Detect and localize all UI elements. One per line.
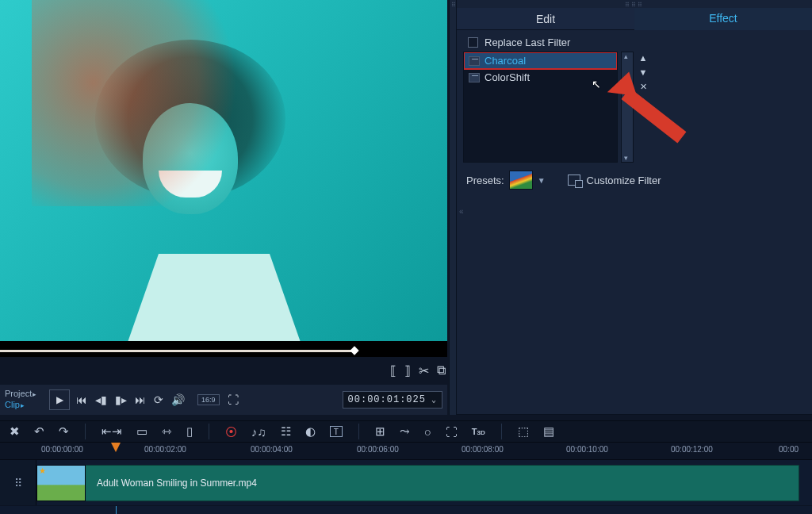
clip[interactable]: Adult Woman Smiling in Summer.mp4: [36, 465, 799, 501]
ruler-tick: 00:00:06:00: [357, 445, 399, 454]
grid-icon[interactable]: ⊞: [375, 424, 385, 439]
device-icon[interactable]: ▯: [186, 424, 193, 439]
timeline-ruler[interactable]: 00:00:00:0000:00:02:0000:00:04:0000:00:0…: [0, 443, 812, 460]
video-track[interactable]: ⠿ Adult Woman Smiling in Summer.mp4: [0, 460, 812, 506]
effect-panel: ⠿⠿⠿ Edit Effect Replace Last Filter Char…: [457, 0, 812, 415]
move-filter-up-icon[interactable]: ▲: [637, 53, 649, 63]
filter-item-label: Charcoal: [485, 55, 526, 67]
preview-scrubber[interactable]: [0, 345, 447, 356]
volume-icon[interactable]: 🔊: [171, 393, 185, 406]
ruler-tick: 00:00: [779, 445, 799, 454]
preset-dropdown-icon[interactable]: ▼: [538, 176, 546, 185]
ruler-tick: 00:00:12:00: [671, 445, 713, 454]
step-fwd-icon[interactable]: ▮▸: [115, 393, 127, 406]
ruler-tick: 00:00:04:00: [251, 445, 293, 454]
filter-item-label: ColorShift: [485, 71, 530, 83]
timecode-display[interactable]: 00:00:01:025: [343, 391, 442, 409]
fit-timeline-icon[interactable]: ⇤⇥: [102, 424, 122, 439]
project-clip-toggle[interactable]: Project Clip: [5, 389, 46, 411]
go-start-icon[interactable]: ⏮: [76, 393, 87, 406]
ruler-tick: 00:00:10:00: [566, 445, 608, 454]
preview-subject: [71, 40, 341, 341]
filter-list-scrollbar[interactable]: [621, 52, 634, 163]
customize-filter-button[interactable]: Customize Filter: [568, 175, 661, 186]
go-end-icon[interactable]: ⏭: [135, 393, 146, 406]
mark-out-icon[interactable]: ⟧: [404, 363, 411, 378]
project-mode-label[interactable]: Project: [5, 389, 46, 400]
customize-filter-label: Customize Filter: [587, 175, 661, 186]
filter-item-charcoal[interactable]: Charcoal: [464, 52, 617, 69]
split-horizontal-icon[interactable]: ⇿: [162, 424, 172, 439]
ruler-tick: 00:00:00:00: [41, 445, 83, 454]
remove-filter-icon[interactable]: ✕: [637, 82, 649, 92]
applied-filters-list[interactable]: Charcoal ColorShift: [463, 52, 618, 163]
scissors-icon[interactable]: ✂: [419, 363, 429, 378]
preset-thumbnail[interactable]: [509, 171, 533, 190]
panel-grip-icon[interactable]: ⠿⠿⠿: [625, 2, 644, 9]
replace-last-filter-label: Replace Last Filter: [485, 36, 570, 48]
timeline-toolbar: ✖ ↶ ↷ ⇤⇥ ▭ ⇿ ▯ ⦿ ♪♫ ☷ ◐ T ⊞ ⤳ ○ ⛶ T3D ⬚ …: [0, 420, 812, 443]
film-icon[interactable]: ▤: [543, 424, 554, 439]
tools-icon[interactable]: ✖: [10, 424, 20, 439]
play-button[interactable]: ▶: [49, 389, 70, 410]
redo-icon[interactable]: ↷: [59, 424, 69, 439]
ruler-tick: 00:00:02:00: [144, 445, 186, 454]
player-bar: Project Clip ▶ ⏮ ◂▮ ▮▸ ⏭ ⟳ 🔊 16:9 ⛶ 00:0…: [0, 385, 447, 415]
playhead-line: [116, 506, 117, 514]
presets-label: Presets:: [466, 175, 504, 186]
filter-thumb-icon: [469, 56, 480, 66]
vertical-splitter[interactable]: ⠿: [449, 0, 457, 415]
customize-icon: [568, 175, 580, 186]
layers-icon[interactable]: ◐: [305, 424, 316, 439]
record-icon[interactable]: ⦿: [225, 425, 237, 439]
aspect-ratio-button[interactable]: 16:9: [197, 394, 220, 405]
filter-item-colorshift[interactable]: ColorShift: [464, 69, 617, 86]
mask-icon[interactable]: ○: [424, 425, 431, 439]
clip-mode-label[interactable]: Clip: [5, 400, 46, 411]
t3d-icon[interactable]: T3D: [472, 427, 485, 436]
tab-effect[interactable]: Effect: [634, 8, 812, 30]
step-back-icon[interactable]: ◂▮: [95, 393, 107, 406]
title-icon[interactable]: T: [330, 426, 343, 437]
clapper-icon[interactable]: ⬚: [518, 424, 529, 439]
timeline: 00:00:00:0000:00:02:0000:00:04:0000:00:0…: [0, 443, 812, 514]
clip-thumbnail: [36, 465, 86, 501]
audio-mixer-icon[interactable]: ♪♫: [251, 425, 266, 439]
track-handle-icon[interactable]: ⠿: [0, 460, 36, 505]
replace-last-filter-checkbox[interactable]: [468, 37, 478, 48]
monitor-icon[interactable]: ▭: [136, 424, 147, 439]
clip-label: Adult Woman Smiling in Summer.mp4: [97, 478, 257, 489]
safe-zone-icon[interactable]: ⛶: [228, 393, 239, 406]
preview-canvas[interactable]: [0, 0, 447, 341]
move-filter-down-icon[interactable]: ▼: [637, 67, 649, 77]
filter-thumb-icon: [469, 73, 480, 82]
playhead-marker[interactable]: [111, 443, 121, 452]
undo-icon[interactable]: ↶: [34, 424, 44, 439]
panel-resize-grip[interactable]: «: [459, 207, 464, 216]
tab-edit[interactable]: Edit: [457, 8, 634, 30]
preview-area: ⟦ ⟧ ✂ ⧉: [0, 0, 447, 357]
filter-fx-icon[interactable]: ✦: [637, 97, 649, 107]
subtitle-icon[interactable]: ☷: [281, 424, 291, 439]
loop-icon[interactable]: ⟳: [154, 393, 163, 406]
motion-track-icon[interactable]: ⤳: [400, 424, 410, 439]
split-clip-icon[interactable]: ⧉: [437, 363, 446, 378]
pan-zoom-icon[interactable]: ⛶: [446, 425, 458, 439]
mark-in-icon[interactable]: ⟦: [390, 363, 396, 378]
ruler-tick: 00:00:08:00: [462, 445, 504, 454]
